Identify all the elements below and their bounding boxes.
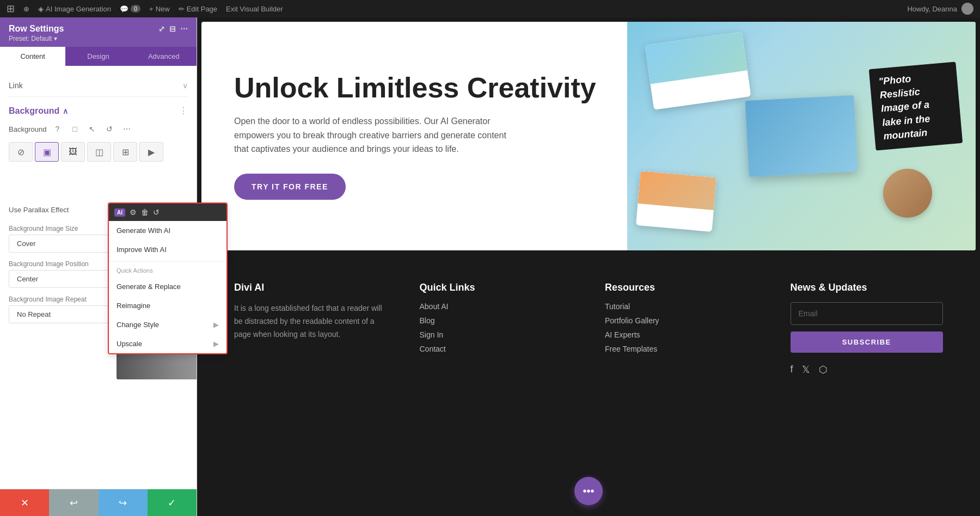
more-options-icon[interactable]: ⋯ <box>120 122 133 136</box>
menu-divider-1 <box>109 261 226 262</box>
reimagine-item[interactable]: Reimagine <box>109 296 226 315</box>
footer-title-news: News & Updates <box>791 282 944 293</box>
undo-icon[interactable]: ↺ <box>153 208 160 217</box>
arrow-icon: ▶ <box>213 321 219 329</box>
hero-section: Unlock Limitless Creativity Open the doo… <box>201 22 976 250</box>
ai-icon: ◈ <box>38 5 44 13</box>
wordpress-logo[interactable]: ⊞ <box>7 3 15 15</box>
background-control-label: Background <box>9 125 46 133</box>
generate-with-ai-item[interactable]: Generate With AI <box>109 221 226 240</box>
improve-with-ai-item[interactable]: Improve With AI <box>109 240 226 259</box>
upscale-item[interactable]: Upscale ▶ <box>109 334 226 353</box>
bg-type-none[interactable]: ⊘ <box>9 142 33 162</box>
link-label: Link <box>9 81 23 90</box>
redo-button[interactable]: ↪ <box>99 489 148 516</box>
ai-badge: AI <box>114 208 125 217</box>
cancel-button[interactable]: ✕ <box>0 489 49 516</box>
main-container: Row Settings ⤢ ⊟ ⋯ Preset: Default ▾ Con… <box>0 0 980 516</box>
footer-link-contact[interactable]: Contact <box>420 345 573 353</box>
bg-type-gradient[interactable]: ◫ <box>87 142 111 162</box>
pencil-icon: ✏ <box>179 5 185 13</box>
ai-image-generation-link[interactable]: ◈ AI Image Generation <box>38 5 111 13</box>
tab-content[interactable]: Content <box>0 47 65 66</box>
save-button[interactable]: ✓ <box>148 489 197 516</box>
new-link[interactable]: + New <box>149 5 170 13</box>
twitter-icon[interactable]: 𝕏 <box>802 364 810 376</box>
background-title: Background ∧ <box>9 106 68 116</box>
footer-link-about-ai[interactable]: About AI <box>420 302 573 311</box>
fab-button[interactable]: ••• <box>574 477 603 505</box>
section-options-icon[interactable]: ⋮ <box>179 106 188 116</box>
parallax-label: Use Parallax Effect <box>9 206 69 214</box>
exit-visual-builder-link[interactable]: Exit Visual Builder <box>226 5 283 13</box>
link-section[interactable]: Link ∨ <box>9 75 188 97</box>
header-icons: ⤢ ⊟ ⋯ <box>158 24 188 33</box>
facebook-icon[interactable]: f <box>791 364 793 376</box>
avatar[interactable] <box>961 3 973 15</box>
help-icon[interactable]: ? <box>51 122 64 136</box>
trash-icon[interactable]: 🗑 <box>141 208 149 217</box>
sidebar-header: Row Settings ⤢ ⊟ ⋯ Preset: Default ▾ <box>0 17 197 47</box>
generate-replace-item[interactable]: Generate & Replace <box>109 277 226 296</box>
admin-bar-site[interactable]: ⊕ <box>23 5 29 13</box>
preset-selector[interactable]: Preset: Default ▾ <box>9 35 188 42</box>
undo-button[interactable]: ↩ <box>49 489 98 516</box>
row-settings-title: Row Settings ⤢ ⊟ ⋯ <box>9 24 188 34</box>
settings-icon[interactable]: ⚙ <box>130 208 137 217</box>
footer-col-quick-links: Quick Links About AI Blog Sign In Contac… <box>420 282 573 376</box>
comment-link[interactable]: 💬 0 <box>120 5 140 13</box>
sidebar-title-text: Row Settings <box>9 24 64 34</box>
bg-type-image[interactable]: 🖼 <box>61 142 85 162</box>
maximize-icon[interactable]: ⤢ <box>158 24 165 33</box>
edit-page-link[interactable]: ✏ Edit Page <box>179 5 217 13</box>
hero-subtitle: Open the door to a world of endless poss… <box>234 114 517 156</box>
chevron-down-icon: ∨ <box>182 81 188 90</box>
change-style-item[interactable]: Change Style ▶ <box>109 315 226 334</box>
bg-type-color[interactable]: ▣ <box>35 142 59 162</box>
cursor-icon[interactable]: ↖ <box>85 122 99 136</box>
background-preview <box>117 353 197 379</box>
bg-type-video[interactable]: ▶ <box>139 142 163 162</box>
footer-text-divi-ai: It is a long established fact that a rea… <box>234 302 387 341</box>
quick-actions-label: Quick Actions <box>109 264 226 277</box>
footer-link-tutorial[interactable]: Tutorial <box>605 302 758 311</box>
chevron-down-icon: ▾ <box>54 35 57 42</box>
hero-title: Unlock Limitless Creativity <box>234 72 600 103</box>
bottom-toolbar: ✕ ↩ ↪ ✓ <box>0 489 197 516</box>
card-image-2 <box>638 171 717 210</box>
arrow-icon: ▶ <box>213 340 219 348</box>
tab-advanced[interactable]: Advanced <box>131 47 197 66</box>
footer-link-portfolio[interactable]: Portfolio Gallery <box>605 316 758 325</box>
round-object <box>883 169 932 218</box>
context-menu-header: AI ⚙ 🗑 ↺ <box>109 204 226 221</box>
more-icon[interactable]: ⋯ <box>180 24 188 33</box>
footer-link-sign-in[interactable]: Sign In <box>420 330 573 339</box>
background-controls: Background ? □ ↖ ↺ ⋯ <box>9 122 188 136</box>
center-thumbnail <box>745 95 858 177</box>
photo-tag: "Photo Reslistic Image of a lake in the … <box>869 62 963 150</box>
reset-icon[interactable]: ↺ <box>103 122 116 136</box>
wp-admin-bar: ⊞ ⊕ ◈ AI Image Generation 💬 0 + New ✏ Ed… <box>0 0 980 17</box>
background-type-buttons: ⊘ ▣ 🖼 ◫ ⊞ ▶ <box>9 142 188 162</box>
howdy-text: Howdy, Deanna <box>907 5 957 13</box>
site-icon: ⊕ <box>23 5 29 13</box>
hero-cta-button[interactable]: TRY IT FOR FREE <box>234 174 346 200</box>
sidebar-tabs: Content Design Advanced <box>0 47 197 66</box>
floating-card-2 <box>636 171 716 232</box>
footer-col-resources: Resources Tutorial Portfolio Gallery AI … <box>605 282 758 376</box>
subscribe-button[interactable]: SUBSCRIBE <box>791 331 944 353</box>
instagram-icon[interactable]: ⬡ <box>819 364 828 376</box>
comment-icon: 💬 <box>120 5 128 13</box>
bg-type-pattern[interactable]: ⊞ <box>113 142 137 162</box>
desktop-icon[interactable]: □ <box>68 122 81 136</box>
footer-title-quick-links: Quick Links <box>420 282 573 293</box>
footer-link-ai-experts[interactable]: AI Experts <box>605 330 758 339</box>
chevron-up-icon[interactable]: ∧ <box>63 107 68 115</box>
footer-link-blog[interactable]: Blog <box>420 316 573 325</box>
columns-icon[interactable]: ⊟ <box>169 24 176 33</box>
email-input[interactable] <box>791 302 944 325</box>
sidebar: Row Settings ⤢ ⊟ ⋯ Preset: Default ▾ Con… <box>0 17 197 516</box>
footer-link-free-templates[interactable]: Free Templates <box>605 345 758 353</box>
tab-design[interactable]: Design <box>65 47 131 66</box>
hero-left: Unlock Limitless Creativity Open the doo… <box>201 22 627 250</box>
